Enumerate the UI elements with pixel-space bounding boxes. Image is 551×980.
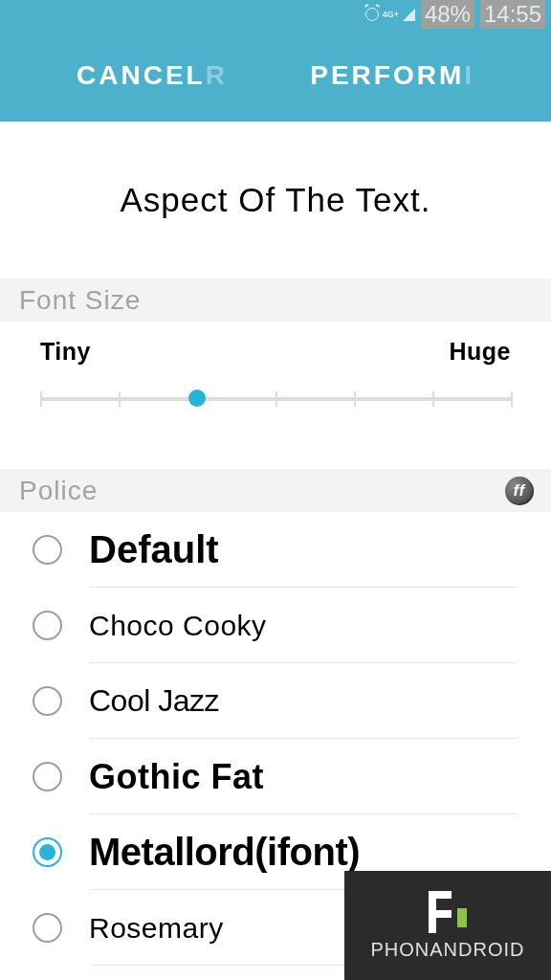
- slider-thumb[interactable]: [188, 390, 206, 407]
- radio-icon[interactable]: [33, 611, 62, 640]
- radio-icon[interactable]: [33, 535, 62, 565]
- watermark-brand: PHONANDROID: [370, 939, 524, 961]
- font-option-label: Rosemary: [89, 912, 224, 945]
- font-size-section-header: Font Size: [0, 278, 551, 322]
- font-size-slider[interactable]: [40, 389, 511, 408]
- font-option-label: Default: [89, 528, 219, 571]
- radio-icon[interactable]: [33, 686, 62, 716]
- perform-label: PERFORM: [310, 60, 464, 90]
- perform-button[interactable]: PERFORMI: [310, 60, 474, 91]
- slider-max-label: Huge: [450, 341, 512, 368]
- text-preview: Aspect Of The Text.: [0, 122, 551, 278]
- font-size-label: Font Size: [19, 285, 141, 316]
- watermark: PHONANDROID: [344, 871, 551, 980]
- radio-icon[interactable]: [33, 837, 62, 867]
- font-option[interactable]: Cool Jazz: [33, 663, 551, 739]
- font-option-label: Metallord(ifont): [89, 831, 360, 874]
- font-option-label: Choco Cooky: [89, 610, 267, 642]
- font-option-label: Gothic Fat: [89, 757, 264, 797]
- font-option-label: Cool Jazz: [89, 683, 219, 719]
- police-label: Police: [19, 476, 98, 506]
- alarm-icon: [365, 8, 379, 21]
- font-option[interactable]: Gothic Fat: [33, 739, 551, 814]
- watermark-logo-icon: [429, 891, 467, 933]
- network-type: 4G+: [383, 10, 399, 19]
- signal-icon: [403, 9, 415, 21]
- cancel-button[interactable]: CANCELR: [77, 60, 228, 91]
- cancel-label: CANCEL: [77, 60, 206, 90]
- font-option[interactable]: Choco Cooky: [33, 588, 551, 663]
- slider-min-label: Tiny: [40, 341, 91, 368]
- font-option[interactable]: Default: [33, 512, 551, 588]
- clock: 14:55: [480, 0, 545, 29]
- font-size-slider-panel: Tiny Huge: [0, 322, 551, 469]
- radio-icon[interactable]: [33, 913, 62, 943]
- app-header: CANCELR PERFORMI: [0, 29, 551, 122]
- radio-icon[interactable]: [33, 762, 62, 791]
- police-section-header: Police ff: [0, 469, 551, 512]
- status-bar: 4G+ 48% 14:55: [0, 0, 551, 29]
- battery-percent: 48%: [421, 0, 474, 29]
- preview-text: Aspect Of The Text.: [120, 181, 430, 219]
- font-store-icon[interactable]: ff: [505, 477, 534, 505]
